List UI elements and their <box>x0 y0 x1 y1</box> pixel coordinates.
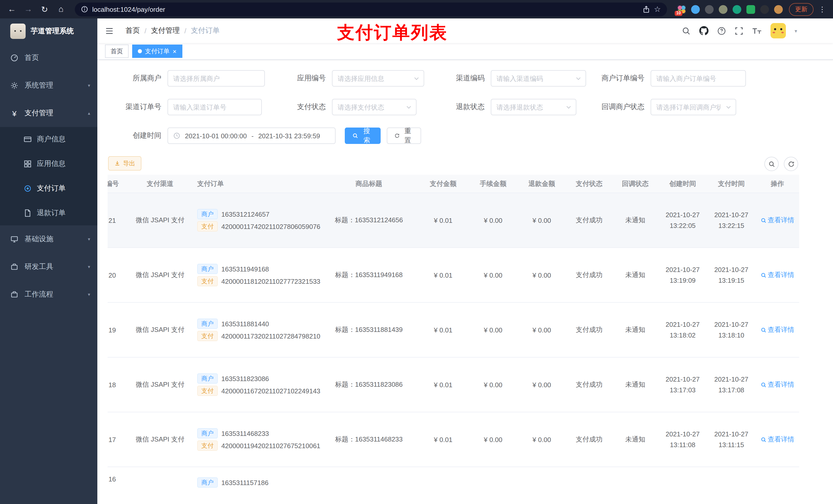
app-logo[interactable]: 芋道管理系统 <box>0 19 97 44</box>
search-icon <box>761 217 766 223</box>
cell-fee: ¥ 0.00 <box>469 216 518 224</box>
clock-icon <box>173 132 180 139</box>
cell-id: 21 <box>108 216 128 224</box>
user-avatar[interactable] <box>770 23 786 39</box>
tab-pay-order[interactable]: 支付订单 × <box>132 45 182 58</box>
cell-refund: ¥ 0.00 <box>518 326 566 334</box>
date-start: 2021-10-01 00:00:00 <box>185 132 247 140</box>
update-button[interactable]: 更新 <box>789 3 813 16</box>
breadcrumb-section[interactable]: 支付管理 <box>151 26 180 35</box>
refresh-table-button[interactable] <box>784 157 798 171</box>
avatar-caret-icon[interactable]: ▾ <box>794 28 797 33</box>
font-size-icon[interactable] <box>752 26 762 35</box>
refund-status-select[interactable] <box>491 99 566 115</box>
chevron-down-icon: ▾ <box>88 292 90 297</box>
hamburger-icon[interactable] <box>97 19 121 43</box>
view-detail-link[interactable]: 查看详情 <box>761 435 794 444</box>
extension-icon-6[interactable] <box>746 5 755 14</box>
search-icon <box>761 382 766 387</box>
view-detail-link[interactable]: 查看详情 <box>761 380 794 389</box>
browser-menu-icon[interactable]: ⋮ <box>819 5 826 13</box>
sidebar-item-app-info[interactable]: 应用信息 <box>0 152 97 176</box>
cell-pay-status: 支付成功 <box>566 380 612 389</box>
cell-create-time: 2021-10-2713:18:02 <box>658 319 707 341</box>
extension-icon-2[interactable] <box>691 5 700 14</box>
filter-refund-status: 退款状态 <box>437 99 576 115</box>
merchant-tag: 商户 <box>197 209 218 219</box>
filter-merchant-order-no: 商户订单编号 <box>584 70 746 87</box>
cell-fee: ¥ 0.00 <box>469 381 518 388</box>
search-icon[interactable] <box>682 26 691 35</box>
extension-icon-3[interactable] <box>705 5 714 14</box>
merchant-tag: 商户 <box>197 374 218 384</box>
sidebar-item-system[interactable]: 系统管理 ▾ <box>0 72 97 99</box>
extension-icon-4[interactable] <box>719 5 728 14</box>
tab-home[interactable]: 首页 <box>105 45 128 58</box>
extension-icon-1[interactable]: 10 <box>677 5 686 14</box>
url-bar[interactable]: localhost:1024/pay/order ☆ <box>75 2 667 16</box>
reload-icon[interactable]: ↻ <box>38 3 51 16</box>
sidebar-item-home[interactable]: 首页 <box>0 44 97 72</box>
search-button[interactable]: 搜索 <box>345 127 381 144</box>
fullscreen-icon[interactable] <box>735 26 743 35</box>
col-order: 支付订单 <box>192 179 320 188</box>
breadcrumb-current: 支付订单 <box>191 26 220 35</box>
orders-table: 编号 支付渠道 支付订单 商品标题 支付金额 手续金额 退款金额 支付状态 回调… <box>108 175 799 504</box>
filter-create-time: 创建时间 2021-10-01 00:00:00 - 2021-10-31 23… <box>114 127 336 144</box>
tabs-bar: 首页 支付订单 × <box>97 43 833 60</box>
channel-order-no-input[interactable] <box>168 99 257 115</box>
github-icon[interactable] <box>699 26 709 35</box>
sidebar-item-pay-order[interactable]: 支付订单 <box>0 176 97 201</box>
cell-notify-status: 未通知 <box>612 435 658 444</box>
col-notify-status: 回调状态 <box>612 179 658 188</box>
sidebar-item-payment[interactable]: ¥ 支付管理 ▴ <box>0 99 97 127</box>
channel-code-input[interactable] <box>491 71 575 86</box>
extension-badge: 10 <box>675 10 682 16</box>
briefcase-icon <box>10 263 19 271</box>
extension-icon-7[interactable] <box>760 5 769 14</box>
notify-status-select[interactable] <box>651 99 725 115</box>
sidebar-item-dev-tools[interactable]: 研发工具 ▾ <box>0 253 97 281</box>
merchant-order-no-input[interactable] <box>651 71 741 86</box>
view-detail-link[interactable]: 查看详情 <box>761 270 794 280</box>
sidebar-item-refund-order[interactable]: 退款订单 <box>0 201 97 225</box>
sidebar-item-merchant-info[interactable]: 商户信息 <box>0 127 97 152</box>
chevron-down-icon: ▾ <box>88 237 90 242</box>
share-icon[interactable] <box>642 5 650 13</box>
col-fee: 手续金额 <box>469 179 518 188</box>
bookmark-star-icon[interactable]: ☆ <box>654 5 661 14</box>
reset-button[interactable]: 重置 <box>387 127 421 144</box>
merchant-tag: 商户 <box>197 264 218 274</box>
sidebar-item-workflow[interactable]: 工作流程 ▾ <box>0 281 97 308</box>
app-select[interactable] <box>332 71 413 86</box>
help-icon[interactable] <box>717 26 726 35</box>
extensions-area: 10 <box>677 5 783 14</box>
pay-tag: 支付 <box>197 440 218 451</box>
table-row: 20 微信 JSAPI 支付 商户1635311949168 支付4200001… <box>108 248 799 303</box>
back-icon[interactable]: ← <box>5 3 19 16</box>
sidebar-item-infra[interactable]: 基础设施 ▾ <box>0 225 97 253</box>
view-detail-link[interactable]: 查看详情 <box>761 216 794 225</box>
merchant-tag: 商户 <box>197 318 218 329</box>
close-icon[interactable]: × <box>173 48 176 54</box>
merchant-select[interactable] <box>168 71 260 86</box>
view-detail-link[interactable]: 查看详情 <box>761 325 794 334</box>
extension-icon-8[interactable] <box>774 5 783 14</box>
date-range-input[interactable]: 2021-10-01 00:00:00 - 2021-10-31 23:59:5… <box>168 127 336 144</box>
home-icon[interactable]: ⌂ <box>54 3 68 16</box>
export-button[interactable]: 导出 <box>108 156 141 171</box>
col-title: 商品标题 <box>320 179 418 188</box>
toggle-search-button[interactable] <box>764 157 779 171</box>
cell-refund: ¥ 0.00 <box>518 381 566 388</box>
extension-icon-5[interactable] <box>733 5 741 14</box>
document-icon <box>24 209 32 217</box>
breadcrumb-home[interactable]: 首页 <box>125 26 140 35</box>
cell-title: 标题：1635311468233 <box>320 435 418 444</box>
pay-status-select[interactable] <box>332 99 406 115</box>
forward-icon[interactable]: → <box>22 3 35 16</box>
chevron-down-icon <box>575 75 581 81</box>
cell-create-time: 2021-10-2713:22:05 <box>658 210 707 231</box>
payment-submenu: 商户信息 应用信息 支付订单 退款订单 <box>0 127 97 225</box>
cell-refund: ¥ 0.00 <box>518 436 566 443</box>
target-icon <box>24 184 32 193</box>
